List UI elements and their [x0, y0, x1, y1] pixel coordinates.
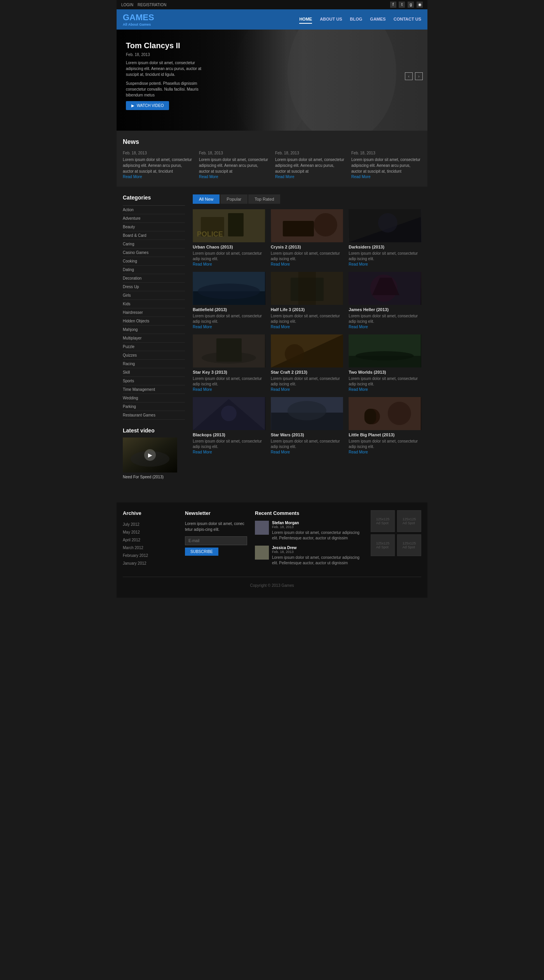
game-image[interactable] [271, 209, 343, 242]
archive-april2012[interactable]: April 2012 [123, 538, 140, 542]
nav-blog[interactable]: BLOG [350, 15, 363, 24]
nav-contact[interactable]: CONTACT US [394, 15, 421, 24]
category-parking[interactable]: Parking [123, 402, 185, 411]
list-item: Feb. 18, 2013 Lorem ipsum dolor sit amet… [123, 151, 193, 179]
game-image[interactable] [349, 334, 421, 368]
game-image[interactable] [193, 334, 265, 368]
read-more-link[interactable]: Read More [271, 450, 290, 454]
read-more-link[interactable]: Read More [349, 387, 368, 392]
game-title: Two Worlds (2013) [349, 370, 421, 374]
category-dressup[interactable]: Dress Up [123, 283, 185, 291]
read-more-link[interactable]: Read More [275, 175, 294, 179]
read-more-link[interactable]: Read More [271, 262, 290, 266]
ad-spot-3[interactable]: 125x125 Ad Spot [371, 534, 395, 556]
social-links: f t g ◉ [389, 2, 423, 8]
game-image[interactable] [193, 272, 265, 305]
svg-point-41 [388, 402, 411, 425]
hero-section: Tom Clancys II Feb. 18, 2013 Lorem ipsum… [117, 30, 427, 131]
games-area: All New Popular Top Rated POLICE Urban C… [193, 194, 421, 479]
read-more-link[interactable]: Read More [193, 450, 212, 454]
ad-spot-2[interactable]: 125x125 Ad Spot [397, 510, 421, 532]
read-more-link[interactable]: Read More [271, 325, 290, 329]
archive-july2012[interactable]: July 2012 [123, 522, 139, 527]
category-hidden[interactable]: Hidden Objects [123, 317, 185, 325]
commenter-name: Jessica Drew [272, 546, 363, 550]
play-button[interactable]: ▶ [144, 449, 156, 461]
category-adventure[interactable]: Adventure [123, 214, 185, 222]
category-casino[interactable]: Casino Games [123, 248, 185, 257]
categories-title: Categories [123, 194, 185, 201]
category-multiplayer[interactable]: Multiplayer [123, 334, 185, 342]
game-desc: Lorem ipsum dolor sit amet, consectetur … [193, 251, 265, 262]
twitter-icon[interactable]: t [399, 2, 405, 8]
ad-spot-4[interactable]: 125x125 Ad Spot [397, 534, 421, 556]
read-more-link[interactable]: Read More [349, 450, 368, 454]
category-cooking[interactable]: Cooking [123, 257, 185, 265]
game-image[interactable] [349, 397, 421, 430]
login-link[interactable]: LOGIN [121, 3, 133, 7]
read-more-link[interactable]: Read More [349, 325, 368, 329]
tab-popular[interactable]: Popular [220, 194, 248, 204]
game-image[interactable] [271, 397, 343, 430]
read-more-link[interactable]: Read More [199, 175, 218, 179]
ad-spot-1[interactable]: 125x125 Ad Spot [371, 510, 395, 532]
archive-february2012[interactable]: February 2012 [123, 553, 148, 558]
category-wedding[interactable]: Wedding [123, 394, 185, 402]
rss-icon[interactable]: ◉ [417, 2, 423, 8]
game-image[interactable] [271, 272, 343, 305]
archive-march2012[interactable]: March 2012 [123, 546, 143, 550]
read-more-link[interactable]: Read More [193, 325, 212, 329]
category-puzzle[interactable]: Puzzle [123, 343, 185, 351]
game-desc: Lorem ipsum dolor sit amet, consectetur … [193, 313, 265, 324]
watch-video-button[interactable]: ▶ WATCH VIDEO [126, 101, 169, 110]
read-more-link[interactable]: Read More [193, 387, 212, 392]
read-more-link[interactable]: Read More [123, 175, 142, 179]
video-thumbnail[interactable]: ▶ [123, 438, 177, 472]
category-racing[interactable]: Racing [123, 360, 185, 368]
hero-prev-arrow[interactable]: ‹ [405, 72, 413, 80]
category-restaurant[interactable]: Restaurant Games [123, 411, 185, 419]
category-kids[interactable]: Kids [123, 300, 185, 308]
category-decoration[interactable]: Decoration [123, 274, 185, 282]
category-girls[interactable]: Girls [123, 291, 185, 299]
category-timemanagement[interactable]: Time Management [123, 385, 185, 394]
read-more-link[interactable]: Read More [351, 175, 370, 179]
hero-next-arrow[interactable]: › [415, 72, 423, 80]
game-image[interactable] [271, 334, 343, 368]
category-beauty[interactable]: Beauty [123, 223, 185, 231]
category-caring[interactable]: Caring [123, 240, 185, 248]
archive-january2012[interactable]: January 2012 [123, 561, 146, 565]
game-title: Crysis 2 (2013) [271, 245, 343, 249]
category-dating[interactable]: Dating [123, 266, 185, 274]
category-hairdresser[interactable]: Hairdresser [123, 308, 185, 317]
archive-title: Archive [123, 510, 177, 516]
category-skill[interactable]: Skill [123, 368, 185, 376]
googleplus-icon[interactable]: g [408, 2, 414, 8]
registration-link[interactable]: REGISTRATION [138, 3, 166, 7]
archive-may2012[interactable]: May 2012 [123, 530, 140, 534]
tab-top-rated[interactable]: Top Rated [248, 194, 280, 204]
tab-all-new[interactable]: All New [193, 194, 220, 204]
news-date: Feb. 18, 2013 [351, 151, 421, 155]
category-mahjong[interactable]: Mahjong [123, 326, 185, 334]
ad-size: 125x125 [376, 541, 390, 545]
list-item: Star Key 3 (2013) Lorem ipsum dolor sit … [193, 334, 265, 392]
category-board-card[interactable]: Board & Card [123, 231, 185, 240]
hero-title: Tom Clancys II [126, 41, 211, 50]
nav-about[interactable]: ABOUT US [320, 15, 342, 24]
read-more-link[interactable]: Read More [193, 262, 212, 266]
nav-games[interactable]: GAMES [370, 15, 385, 24]
read-more-link[interactable]: Read More [349, 262, 368, 266]
game-image[interactable] [349, 209, 421, 242]
read-more-link[interactable]: Read More [271, 387, 290, 392]
game-image[interactable]: POLICE [193, 209, 265, 242]
game-image[interactable] [349, 272, 421, 305]
nav-home[interactable]: HOME [299, 15, 312, 24]
facebook-icon[interactable]: f [390, 2, 396, 8]
category-action[interactable]: Action [123, 206, 185, 214]
subscribe-button[interactable]: SUBSCRIBE [185, 548, 218, 556]
email-field[interactable] [185, 536, 247, 545]
category-quizzes[interactable]: Quizzes [123, 351, 185, 359]
category-sports[interactable]: Sports [123, 377, 185, 385]
game-image[interactable] [193, 397, 265, 430]
